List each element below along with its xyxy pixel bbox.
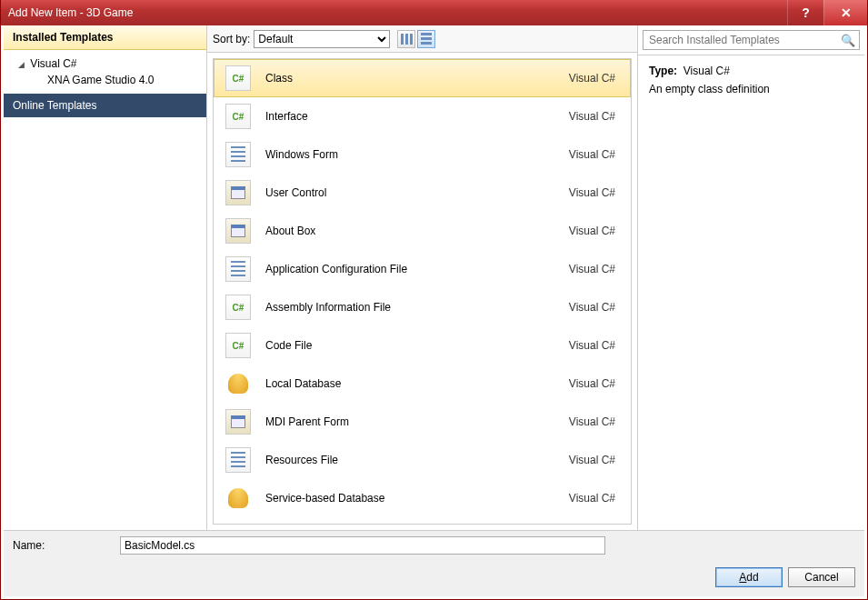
help-button[interactable]: ? (787, 0, 823, 25)
template-lang: Visual C# (569, 454, 619, 466)
search-row: 🔍 (638, 25, 864, 55)
template-item[interactable]: InterfaceVisual C# (214, 97, 631, 135)
sidebar-tree: ◢ Visual C# XNA Game Studio 4.0 (4, 50, 206, 94)
search-icon: 🔍 (841, 34, 855, 47)
button-row: Add Cancel (4, 560, 864, 596)
add-button[interactable]: Add (715, 567, 783, 587)
template-item[interactable]: Windows FormVisual C# (214, 135, 631, 174)
chevron-down-icon: ◢ (18, 60, 27, 69)
template-item[interactable]: MDI Parent FormVisual C# (214, 403, 631, 441)
name-input[interactable] (120, 536, 605, 555)
db-icon (225, 371, 251, 396)
close-icon: ✕ (841, 5, 852, 20)
template-lang: Visual C# (569, 225, 619, 237)
template-item[interactable]: About BoxVisual C# (214, 212, 631, 250)
large-icons-icon (401, 34, 413, 45)
details-icon (421, 33, 432, 45)
sidebar: Installed Templates ◢ Visual C# XNA Game… (4, 25, 207, 530)
template-lang: Visual C# (569, 492, 619, 505)
cancel-button[interactable]: Cancel (788, 567, 855, 587)
name-row: Name: (4, 531, 864, 560)
template-item[interactable]: Assembly Information FileVisual C# (214, 288, 631, 326)
view-toggle (397, 30, 435, 48)
cs-icon (225, 104, 251, 129)
close-button[interactable]: ✕ (823, 0, 867, 25)
type-label: Type: (649, 65, 677, 77)
template-name: Resources File (265, 454, 554, 466)
sidebar-header: Installed Templates (4, 25, 206, 50)
db-icon (225, 485, 251, 511)
template-name: About Box (265, 225, 554, 237)
form-icon (225, 180, 251, 205)
template-lang: Visual C# (569, 72, 619, 85)
template-item[interactable]: Code FileVisual C# (214, 326, 631, 365)
view-large-icons-button[interactable] (397, 30, 415, 48)
file-icon (225, 142, 251, 167)
tree-node-label: Visual C# (30, 57, 76, 70)
upper-area: Installed Templates ◢ Visual C# XNA Game… (4, 25, 864, 530)
template-lang: Visual C# (569, 301, 619, 314)
cs-icon (225, 295, 251, 320)
template-lang: Visual C# (569, 186, 619, 199)
template-lang: Visual C# (569, 263, 619, 275)
template-name: MDI Parent Form (265, 415, 554, 428)
template-item[interactable]: User ControlVisual C# (214, 174, 631, 212)
content: Installed Templates ◢ Visual C# XNA Game… (4, 25, 864, 596)
template-name: Assembly Information File (265, 301, 554, 314)
template-name: Windows Form (265, 148, 554, 161)
view-details-button[interactable] (417, 30, 435, 48)
template-name: Class (265, 72, 554, 85)
search-input[interactable] (647, 33, 841, 47)
name-label: Name: (13, 539, 113, 552)
add-post: dd (746, 571, 758, 584)
template-item[interactable]: ClassVisual C# (214, 59, 631, 97)
file-icon (225, 256, 251, 282)
sort-bar: Sort by: Default (207, 25, 637, 53)
template-lang: Visual C# (569, 110, 619, 123)
sort-select[interactable]: Default (254, 30, 390, 48)
template-name: Local Database (265, 377, 554, 390)
window-title: Add New Item - 3D Game (8, 6, 133, 19)
middle-panel: Sort by: Default ClassVisual C#Int (207, 25, 637, 530)
template-lang: Visual C# (569, 377, 619, 390)
cs-icon (225, 333, 251, 358)
titlebar[interactable]: Add New Item - 3D Game ? ✕ (1, 0, 867, 25)
template-lang: Visual C# (569, 339, 619, 352)
template-name: Application Configuration File (265, 263, 554, 275)
template-list[interactable]: ClassVisual C#InterfaceVisual C#Windows … (213, 58, 632, 525)
template-lang: Visual C# (569, 148, 619, 161)
tree-node-label: XNA Game Studio 4.0 (47, 74, 154, 86)
template-lang: Visual C# (569, 415, 619, 428)
template-name: Interface (265, 110, 554, 123)
template-name: User Control (265, 186, 554, 199)
add-mnemonic: A (739, 571, 746, 584)
form-icon (225, 409, 251, 435)
sidebar-online-templates[interactable]: Online Templates (4, 94, 206, 117)
sort-label: Sort by: (213, 33, 250, 45)
form-icon (225, 218, 251, 244)
titlebar-buttons: ? ✕ (787, 0, 867, 25)
right-panel: 🔍 Type: Visual C# An empty class definit… (637, 25, 864, 530)
template-item[interactable]: Settings FileVisual C# (214, 517, 631, 525)
file-icon (225, 447, 251, 473)
tree-node-visual-csharp[interactable]: ◢ Visual C# (4, 55, 206, 72)
tree-node-xna[interactable]: XNA Game Studio 4.0 (4, 72, 206, 88)
template-description: An empty class definition (649, 83, 853, 95)
template-list-wrap: ClassVisual C#InterfaceVisual C#Windows … (207, 53, 637, 530)
lower-area: Name: Add Cancel (4, 530, 864, 596)
template-name: Service-based Database (265, 492, 554, 505)
template-item[interactable]: Resources FileVisual C# (214, 441, 631, 479)
cs-icon (225, 65, 251, 91)
dialog-window: Add New Item - 3D Game ? ✕ Installed Tem… (0, 0, 868, 600)
template-item[interactable]: Local DatabaseVisual C# (214, 365, 631, 403)
type-value: Visual C# (683, 65, 730, 77)
template-details: Type: Visual C# An empty class definitio… (638, 55, 864, 105)
search-box[interactable]: 🔍 (643, 30, 860, 50)
template-item[interactable]: Application Configuration FileVisual C# (214, 250, 631, 288)
template-item[interactable]: Service-based DatabaseVisual C# (214, 479, 631, 517)
template-name: Code File (265, 339, 554, 352)
file-icon (225, 524, 251, 525)
